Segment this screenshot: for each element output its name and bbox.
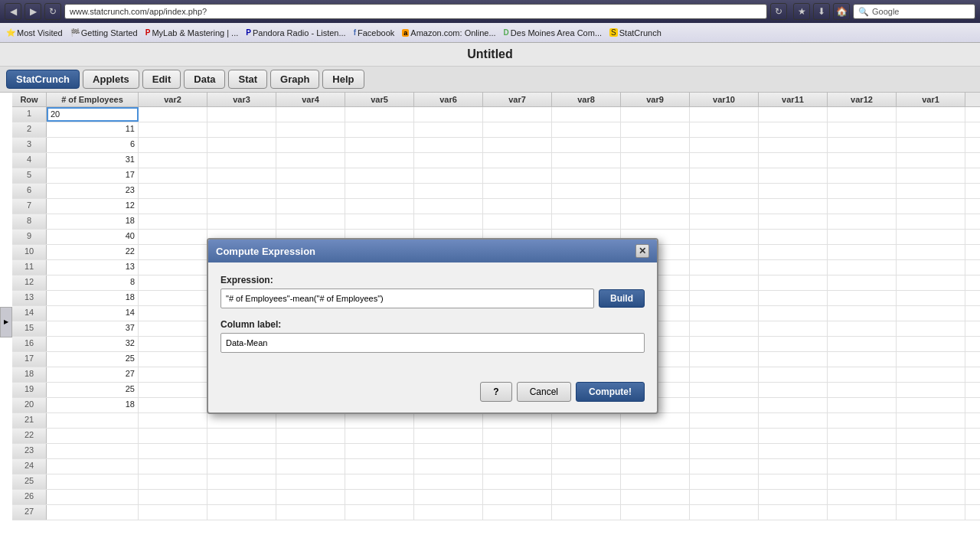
cell-empty[interactable] [897, 245, 965, 259]
cell-empty[interactable] [828, 367, 897, 382]
cell-empty[interactable] [345, 429, 414, 443]
cell-employees[interactable]: 20 [47, 107, 139, 122]
cell-empty[interactable] [483, 490, 552, 504]
cell-empty[interactable] [139, 276, 207, 290]
cell-empty[interactable] [276, 459, 345, 474]
cell-empty[interactable] [759, 107, 828, 122]
cell-empty[interactable] [139, 184, 207, 198]
cell-empty[interactable] [690, 138, 759, 152]
cell-empty[interactable] [621, 505, 690, 520]
cell-empty[interactable] [552, 505, 621, 520]
cell-empty[interactable] [690, 107, 759, 122]
cell-empty[interactable] [759, 367, 828, 382]
cell-empty[interactable] [897, 214, 965, 229]
cell-empty[interactable] [897, 444, 965, 458]
cell-empty[interactable] [828, 168, 897, 183]
cell-employees[interactable] [47, 429, 139, 443]
stat-button[interactable]: Stat [228, 70, 267, 89]
cell-empty[interactable] [897, 107, 965, 122]
cell-empty[interactable] [759, 306, 828, 321]
cell-empty[interactable] [759, 413, 828, 428]
cell-empty[interactable] [207, 199, 276, 214]
cell-empty[interactable] [345, 490, 414, 504]
cell-empty[interactable] [552, 214, 621, 229]
cell-empty[interactable] [828, 444, 897, 458]
cell-empty[interactable] [690, 474, 759, 489]
cell-empty[interactable] [139, 230, 207, 244]
cell-empty[interactable] [139, 321, 207, 336]
cell-empty[interactable] [414, 199, 483, 214]
header-var3[interactable]: var3 [207, 93, 276, 106]
cell-empty[interactable] [345, 184, 414, 198]
refresh-btn2[interactable]: ↻ [770, 3, 787, 20]
cell-empty[interactable] [759, 474, 828, 489]
cell-empty[interactable] [483, 505, 552, 520]
cell-empty[interactable] [759, 245, 828, 259]
cell-empty[interactable] [139, 214, 207, 229]
cell-empty[interactable] [414, 444, 483, 458]
cell-empty[interactable] [690, 505, 759, 520]
cell-empty[interactable] [621, 153, 690, 168]
cell-employees[interactable]: 31 [47, 153, 139, 168]
cell-empty[interactable] [828, 490, 897, 504]
dialog-close-button[interactable]: ✕ [635, 244, 649, 258]
cell-employees[interactable]: 12 [47, 199, 139, 214]
header-var11[interactable]: var11 [759, 93, 828, 106]
cell-empty[interactable] [414, 490, 483, 504]
cell-employees[interactable] [47, 413, 139, 428]
cell-empty[interactable] [828, 337, 897, 351]
cell-empty[interactable] [345, 138, 414, 152]
forward-button[interactable]: ▶ [24, 3, 41, 20]
cell-empty[interactable] [139, 398, 207, 412]
cell-empty[interactable] [759, 138, 828, 152]
cell-empty[interactable] [690, 352, 759, 367]
cell-empty[interactable] [759, 383, 828, 397]
cell-empty[interactable] [828, 276, 897, 290]
cancel-button[interactable]: Cancel [517, 382, 571, 402]
cell-employees[interactable]: 13 [47, 260, 139, 275]
cell-empty[interactable] [621, 474, 690, 489]
cell-empty[interactable] [207, 490, 276, 504]
cell-empty[interactable] [897, 352, 965, 367]
cell-empty[interactable] [828, 230, 897, 244]
refresh-button[interactable]: ↻ [44, 3, 61, 20]
cell-empty[interactable] [690, 230, 759, 244]
cell-empty[interactable] [690, 122, 759, 137]
cell-empty[interactable] [207, 214, 276, 229]
cell-empty[interactable] [759, 429, 828, 443]
back-button[interactable]: ◀ [5, 3, 21, 20]
cell-empty[interactable] [828, 245, 897, 259]
cell-empty[interactable] [897, 474, 965, 489]
cell-empty[interactable] [621, 138, 690, 152]
header-var8[interactable]: var8 [552, 93, 621, 106]
cell-empty[interactable] [276, 199, 345, 214]
search-bar[interactable]: 🔍 Google [853, 4, 975, 19]
cell-empty[interactable] [828, 505, 897, 520]
cell-empty[interactable] [552, 474, 621, 489]
cell-empty[interactable] [207, 107, 276, 122]
cell-empty[interactable] [897, 459, 965, 474]
cell-empty[interactable] [759, 153, 828, 168]
cell-empty[interactable] [759, 459, 828, 474]
cell-empty[interactable] [759, 122, 828, 137]
cell-empty[interactable] [828, 214, 897, 229]
cell-employees[interactable]: 25 [47, 383, 139, 397]
cell-empty[interactable] [828, 107, 897, 122]
cell-empty[interactable] [828, 383, 897, 397]
cell-empty[interactable] [897, 122, 965, 137]
cell-employees[interactable] [47, 505, 139, 520]
cell-empty[interactable] [690, 383, 759, 397]
cell-empty[interactable] [759, 321, 828, 336]
bookmark-most-visited[interactable]: ⭐ Most Visited [3, 28, 66, 38]
cell-empty[interactable] [828, 352, 897, 367]
cell-empty[interactable] [552, 199, 621, 214]
cell-empty[interactable] [483, 168, 552, 183]
cell-empty[interactable] [139, 138, 207, 152]
cell-empty[interactable] [621, 459, 690, 474]
cell-employees[interactable]: 40 [47, 230, 139, 244]
cell-empty[interactable] [139, 306, 207, 321]
cell-empty[interactable] [207, 168, 276, 183]
cell-empty[interactable] [276, 138, 345, 152]
cell-employees[interactable]: 32 [47, 337, 139, 351]
cell-empty[interactable] [759, 398, 828, 412]
